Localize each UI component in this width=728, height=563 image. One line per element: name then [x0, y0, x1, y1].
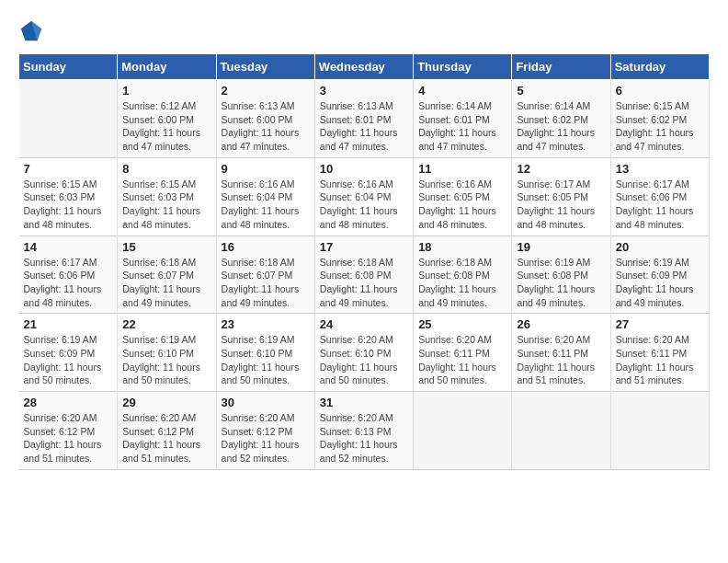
day-number: 9 — [222, 162, 310, 176]
day-number: 15 — [122, 240, 210, 254]
week-row-4: 21Sunrise: 6:19 AM Sunset: 6:09 PM Dayli… — [19, 314, 710, 392]
day-cell — [19, 80, 118, 158]
day-number: 27 — [616, 317, 704, 331]
day-number: 31 — [320, 396, 408, 409]
day-cell — [512, 392, 610, 470]
day-detail: Sunrise: 6:15 AM Sunset: 6:02 PM Dayligh… — [616, 99, 704, 154]
day-cell: 17Sunrise: 6:18 AM Sunset: 6:08 PM Dayli… — [314, 236, 413, 314]
calendar-table: SundayMondayTuesdayWednesdayThursdayFrid… — [18, 53, 710, 470]
header-cell-wednesday: Wednesday — [314, 54, 413, 80]
day-detail: Sunrise: 6:18 AM Sunset: 6:08 PM Dayligh… — [418, 256, 506, 310]
day-cell: 7Sunrise: 6:15 AM Sunset: 6:03 PM Daylig… — [19, 157, 118, 236]
day-number: 24 — [320, 317, 408, 331]
day-number: 1 — [122, 84, 210, 98]
day-cell: 9Sunrise: 6:16 AM Sunset: 6:04 PM Daylig… — [216, 157, 314, 236]
day-detail: Sunrise: 6:13 AM Sunset: 6:01 PM Dayligh… — [320, 99, 408, 154]
day-detail: Sunrise: 6:19 AM Sunset: 6:08 PM Dayligh… — [517, 256, 605, 310]
day-cell: 28Sunrise: 6:20 AM Sunset: 6:12 PM Dayli… — [19, 392, 118, 470]
day-detail: Sunrise: 6:19 AM Sunset: 6:09 PM Dayligh… — [24, 333, 113, 387]
day-number: 12 — [517, 162, 605, 176]
day-number: 7 — [24, 162, 113, 176]
day-number: 21 — [24, 317, 113, 331]
day-cell: 20Sunrise: 6:19 AM Sunset: 6:09 PM Dayli… — [610, 236, 709, 314]
day-cell: 19Sunrise: 6:19 AM Sunset: 6:08 PM Dayli… — [512, 236, 610, 314]
day-detail: Sunrise: 6:14 AM Sunset: 6:01 PM Dayligh… — [418, 99, 506, 154]
logo — [18, 18, 48, 44]
day-cell: 27Sunrise: 6:20 AM Sunset: 6:11 PM Dayli… — [610, 314, 709, 392]
day-detail: Sunrise: 6:18 AM Sunset: 6:08 PM Dayligh… — [320, 256, 408, 310]
day-detail: Sunrise: 6:20 AM Sunset: 6:12 PM Dayligh… — [222, 411, 310, 465]
day-cell: 12Sunrise: 6:17 AM Sunset: 6:05 PM Dayli… — [512, 157, 610, 236]
day-cell: 5Sunrise: 6:14 AM Sunset: 6:02 PM Daylig… — [512, 80, 610, 158]
day-cell: 11Sunrise: 6:16 AM Sunset: 6:05 PM Dayli… — [414, 157, 512, 236]
day-number: 29 — [122, 396, 210, 409]
day-number: 17 — [320, 240, 408, 254]
day-cell: 30Sunrise: 6:20 AM Sunset: 6:12 PM Dayli… — [216, 392, 314, 470]
day-number: 25 — [418, 317, 506, 331]
day-number: 11 — [418, 162, 506, 176]
day-detail: Sunrise: 6:20 AM Sunset: 6:10 PM Dayligh… — [320, 333, 408, 387]
header-cell-saturday: Saturday — [610, 54, 709, 80]
day-cell — [414, 392, 512, 470]
day-number: 19 — [517, 240, 605, 254]
day-detail: Sunrise: 6:19 AM Sunset: 6:09 PM Dayligh… — [616, 256, 704, 310]
day-number: 18 — [418, 240, 506, 254]
header-cell-friday: Friday — [512, 54, 610, 80]
day-cell: 21Sunrise: 6:19 AM Sunset: 6:09 PM Dayli… — [19, 314, 118, 392]
day-detail: Sunrise: 6:17 AM Sunset: 6:06 PM Dayligh… — [616, 178, 704, 232]
header-cell-monday: Monday — [118, 54, 216, 80]
day-cell: 4Sunrise: 6:14 AM Sunset: 6:01 PM Daylig… — [414, 80, 512, 158]
day-number: 13 — [616, 162, 704, 176]
day-cell: 26Sunrise: 6:20 AM Sunset: 6:11 PM Dayli… — [512, 314, 610, 392]
day-number: 6 — [616, 84, 704, 98]
day-detail: Sunrise: 6:19 AM Sunset: 6:10 PM Dayligh… — [222, 333, 310, 387]
week-row-1: 1Sunrise: 6:12 AM Sunset: 6:00 PM Daylig… — [19, 80, 710, 158]
day-cell: 22Sunrise: 6:19 AM Sunset: 6:10 PM Dayli… — [118, 314, 216, 392]
day-cell: 1Sunrise: 6:12 AM Sunset: 6:00 PM Daylig… — [118, 80, 216, 158]
day-cell: 31Sunrise: 6:20 AM Sunset: 6:13 PM Dayli… — [314, 392, 413, 470]
day-number: 26 — [517, 317, 605, 331]
day-number: 3 — [320, 84, 408, 98]
day-cell: 8Sunrise: 6:15 AM Sunset: 6:03 PM Daylig… — [118, 157, 216, 236]
day-number: 22 — [122, 317, 210, 331]
day-detail: Sunrise: 6:17 AM Sunset: 6:05 PM Dayligh… — [517, 178, 605, 232]
day-number: 23 — [222, 317, 310, 331]
day-detail: Sunrise: 6:20 AM Sunset: 6:11 PM Dayligh… — [616, 333, 704, 387]
day-detail: Sunrise: 6:14 AM Sunset: 6:02 PM Dayligh… — [517, 99, 605, 154]
day-number: 5 — [517, 84, 605, 98]
day-detail: Sunrise: 6:18 AM Sunset: 6:07 PM Dayligh… — [122, 256, 210, 310]
day-cell: 16Sunrise: 6:18 AM Sunset: 6:07 PM Dayli… — [216, 236, 314, 314]
day-number: 28 — [24, 396, 113, 409]
day-detail: Sunrise: 6:20 AM Sunset: 6:12 PM Dayligh… — [24, 411, 113, 465]
day-cell: 18Sunrise: 6:18 AM Sunset: 6:08 PM Dayli… — [414, 236, 512, 314]
day-cell: 29Sunrise: 6:20 AM Sunset: 6:12 PM Dayli… — [118, 392, 216, 470]
day-cell: 3Sunrise: 6:13 AM Sunset: 6:01 PM Daylig… — [314, 80, 413, 158]
day-cell: 14Sunrise: 6:17 AM Sunset: 6:06 PM Dayli… — [19, 236, 118, 314]
day-detail: Sunrise: 6:17 AM Sunset: 6:06 PM Dayligh… — [24, 256, 113, 310]
day-cell: 24Sunrise: 6:20 AM Sunset: 6:10 PM Dayli… — [314, 314, 413, 392]
day-cell: 6Sunrise: 6:15 AM Sunset: 6:02 PM Daylig… — [610, 80, 709, 158]
week-row-3: 14Sunrise: 6:17 AM Sunset: 6:06 PM Dayli… — [19, 236, 710, 314]
day-detail: Sunrise: 6:12 AM Sunset: 6:00 PM Dayligh… — [122, 99, 210, 154]
week-row-5: 28Sunrise: 6:20 AM Sunset: 6:12 PM Dayli… — [19, 392, 710, 470]
day-detail: Sunrise: 6:18 AM Sunset: 6:07 PM Dayligh… — [222, 256, 310, 310]
day-detail: Sunrise: 6:20 AM Sunset: 6:11 PM Dayligh… — [418, 333, 506, 387]
header-cell-sunday: Sunday — [19, 54, 118, 80]
day-detail: Sunrise: 6:20 AM Sunset: 6:13 PM Dayligh… — [320, 411, 408, 465]
day-detail: Sunrise: 6:15 AM Sunset: 6:03 PM Dayligh… — [24, 178, 113, 232]
day-number: 14 — [24, 240, 113, 254]
day-number: 8 — [122, 162, 210, 176]
day-detail: Sunrise: 6:16 AM Sunset: 6:05 PM Dayligh… — [418, 178, 506, 232]
day-detail: Sunrise: 6:20 AM Sunset: 6:11 PM Dayligh… — [517, 333, 605, 387]
day-number: 4 — [418, 84, 506, 98]
header-cell-tuesday: Tuesday — [216, 54, 314, 80]
day-cell: 25Sunrise: 6:20 AM Sunset: 6:11 PM Dayli… — [414, 314, 512, 392]
day-detail: Sunrise: 6:13 AM Sunset: 6:00 PM Dayligh… — [222, 99, 310, 154]
day-cell: 2Sunrise: 6:13 AM Sunset: 6:00 PM Daylig… — [216, 80, 314, 158]
day-number: 20 — [616, 240, 704, 254]
header-cell-thursday: Thursday — [414, 54, 512, 80]
day-cell: 10Sunrise: 6:16 AM Sunset: 6:04 PM Dayli… — [314, 157, 413, 236]
day-detail: Sunrise: 6:16 AM Sunset: 6:04 PM Dayligh… — [320, 178, 408, 232]
logo-icon — [18, 18, 44, 44]
day-detail: Sunrise: 6:19 AM Sunset: 6:10 PM Dayligh… — [122, 333, 210, 387]
